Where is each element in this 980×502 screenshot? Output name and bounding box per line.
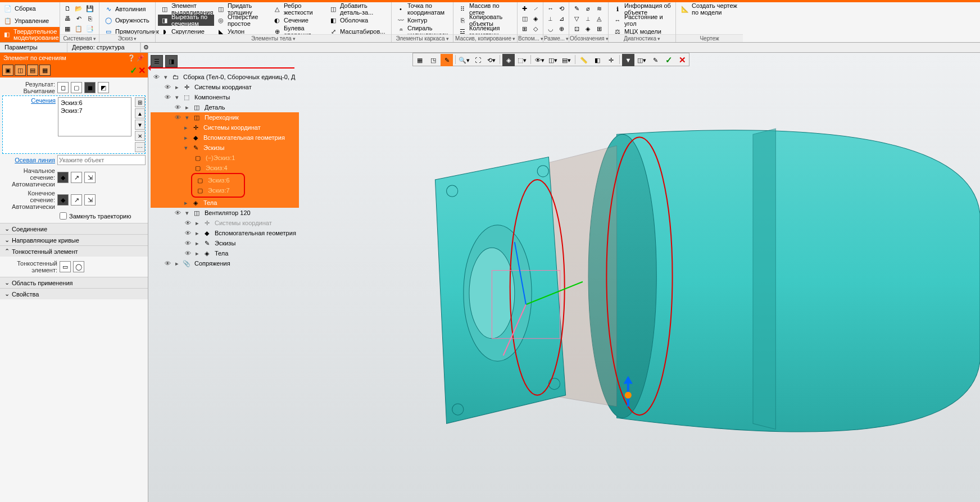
end-opt2[interactable]: ↗: [71, 194, 82, 206]
apply-icon[interactable]: ✓: [130, 65, 137, 76]
shell-button[interactable]: ◧Оболочка: [326, 15, 388, 26]
eye-icon[interactable]: 👁: [183, 239, 192, 248]
acc-guides[interactable]: ⌄Направляющие кривые: [0, 234, 148, 245]
list-down-icon[interactable]: ▼: [135, 120, 145, 130]
tree-csys2[interactable]: Системы координат: [202, 124, 262, 131]
diag-footer[interactable]: Диагностика: [609, 34, 675, 42]
props-icon[interactable]: 📑: [85, 24, 95, 34]
axis-link[interactable]: Осевая линия: [15, 157, 55, 163]
vt-grid-icon[interactable]: ▦: [414, 54, 426, 66]
eye-icon[interactable]: 👁: [183, 229, 192, 238]
tree-adapter[interactable]: Переходник: [203, 114, 240, 121]
vt-origin-icon[interactable]: ◳: [427, 54, 439, 66]
result-opt4[interactable]: ◩: [98, 82, 109, 93]
new-icon[interactable]: 🗋: [62, 3, 72, 13]
aux-b2[interactable]: ⟋: [531, 3, 541, 13]
thicken-button[interactable]: ◫Придать толщину: [214, 3, 270, 15]
autoline-button[interactable]: ∿Автолиния: [102, 3, 153, 15]
ann-b9[interactable]: ⊞: [594, 24, 604, 34]
dim-b5[interactable]: ◡: [546, 24, 556, 34]
vt-fit-icon[interactable]: ⛶: [471, 54, 484, 66]
tree-csys[interactable]: Системы координат: [193, 84, 253, 90]
dim-b3[interactable]: ⟂: [546, 13, 556, 24]
list-up-icon[interactable]: ▲: [135, 108, 145, 118]
acc-scope[interactable]: ⌄Область применения: [0, 277, 148, 288]
save-icon[interactable]: 💾: [85, 3, 95, 13]
pt-mode2[interactable]: ◫: [15, 65, 26, 76]
tree-sk6[interactable]: Эскиз:6: [207, 177, 231, 184]
end-opt1[interactable]: ◆: [57, 194, 69, 206]
pt-mode3[interactable]: ▤: [27, 65, 38, 76]
section-item[interactable]: Эскиз:6: [61, 99, 129, 107]
ann-b4[interactable]: ▽: [571, 13, 582, 24]
start-opt1[interactable]: ◆: [57, 172, 69, 183]
body-footer[interactable]: Элементы тела: [156, 34, 391, 42]
vt-measure-icon[interactable]: 📏: [578, 54, 590, 66]
result-opt3[interactable]: ◼: [84, 82, 96, 93]
dim-b6[interactable]: ⊕: [557, 24, 567, 34]
vt-filter-icon[interactable]: ▼: [622, 54, 634, 66]
add-part-button[interactable]: ◫Добавить деталь-за...: [326, 3, 388, 15]
tree-mode2[interactable]: ◨: [165, 55, 178, 67]
vt-apply-icon[interactable]: ✓: [663, 54, 675, 66]
ann-b6[interactable]: ◬: [594, 13, 604, 24]
aux-b4[interactable]: ◈: [531, 13, 541, 24]
sections-link[interactable]: Сечения: [31, 97, 56, 104]
eye-icon[interactable]: 👁: [173, 113, 182, 122]
frame-footer[interactable]: Элементы каркаса: [392, 34, 453, 42]
section-button[interactable]: ◐Сечение: [270, 15, 326, 26]
sketch-footer[interactable]: Эскиз: [99, 34, 155, 42]
list-add-icon[interactable]: ⊞: [135, 97, 145, 107]
3d-viewport[interactable]: [299, 66, 980, 502]
pin-icon[interactable]: 📌: [137, 54, 144, 62]
list-more-icon[interactable]: ⋯: [135, 142, 145, 152]
aux-b5[interactable]: ⊞: [520, 24, 530, 34]
tree-sk1[interactable]: (−)Эскиз:1: [205, 154, 236, 161]
vt-rotate-icon[interactable]: ⟲▾: [485, 54, 497, 66]
pt-mode4[interactable]: ▦: [39, 65, 51, 76]
management-button[interactable]: 📋Управление: [0, 15, 60, 27]
object-info-button[interactable]: ℹИнформация об объекте: [611, 3, 673, 15]
ann-b7[interactable]: ⊡: [571, 24, 582, 34]
acc-thin[interactable]: ⌃Тонкостенный элемент: [0, 245, 148, 257]
vt-sketch-icon[interactable]: ✎: [441, 54, 453, 66]
dim-b2[interactable]: ⟲: [557, 3, 567, 13]
paste-icon[interactable]: 📋: [74, 24, 84, 34]
contour-button[interactable]: 〰Контур: [394, 15, 451, 26]
open-icon[interactable]: 📂: [74, 3, 84, 13]
tree-root[interactable]: Сборка (Тел-0, Сборочных единиц-0, Д: [182, 74, 296, 80]
start-opt3[interactable]: ⇲: [84, 172, 96, 183]
ann-b5[interactable]: ⟂: [583, 13, 593, 24]
rib-button[interactable]: △Ребро жесткости: [270, 3, 326, 15]
vt-select-icon[interactable]: ◫▾: [636, 54, 648, 66]
eye-icon[interactable]: 👁: [173, 208, 182, 217]
axis-input[interactable]: [57, 155, 146, 165]
tree-auxgeom[interactable]: Вспомогательная геометрия: [202, 134, 286, 141]
help-icon[interactable]: ❔: [128, 54, 135, 62]
tree-part[interactable]: Деталь: [203, 104, 226, 111]
hole-button[interactable]: ◎Отверстие простое: [214, 15, 270, 26]
print-icon[interactable]: 🖶: [62, 13, 72, 24]
system-footer[interactable]: Системная: [60, 34, 99, 42]
point-button[interactable]: •Точка по координатам: [394, 3, 451, 15]
tree-auxgeom2[interactable]: Вспомогательная геометрия: [214, 230, 297, 236]
extrude-button[interactable]: ◫Элемент выдавливания: [158, 3, 214, 15]
solid-modeling-button[interactable]: ◧Твердотельное моделирование: [0, 27, 60, 42]
assembly-button[interactable]: 📄Сборка: [0, 2, 60, 15]
aux-footer[interactable]: Вспом...: [518, 34, 543, 42]
end-opt3[interactable]: ⇲: [84, 194, 96, 206]
start-opt2[interactable]: ↗: [71, 172, 82, 183]
thin-opt1[interactable]: ▭: [60, 261, 71, 272]
tree-sk7[interactable]: Эскиз:7: [207, 187, 231, 194]
acc-connection[interactable]: ⌄Соединение: [0, 223, 148, 234]
aux-b1[interactable]: ✚: [520, 3, 530, 13]
eye-icon[interactable]: 👁: [163, 259, 172, 268]
tree-components[interactable]: Компоненты: [193, 94, 231, 101]
pt-mode1[interactable]: ▣: [2, 65, 13, 76]
array-footer[interactable]: Массив, копирование: [453, 34, 517, 42]
tree-fan[interactable]: Вентилятор 120: [203, 209, 252, 216]
vt-cancel-icon[interactable]: ✕: [676, 54, 688, 66]
circle-button[interactable]: ◯Окружность: [102, 15, 153, 26]
eye-icon[interactable]: 👁: [183, 218, 192, 227]
ann-b1[interactable]: ✎: [571, 3, 582, 13]
